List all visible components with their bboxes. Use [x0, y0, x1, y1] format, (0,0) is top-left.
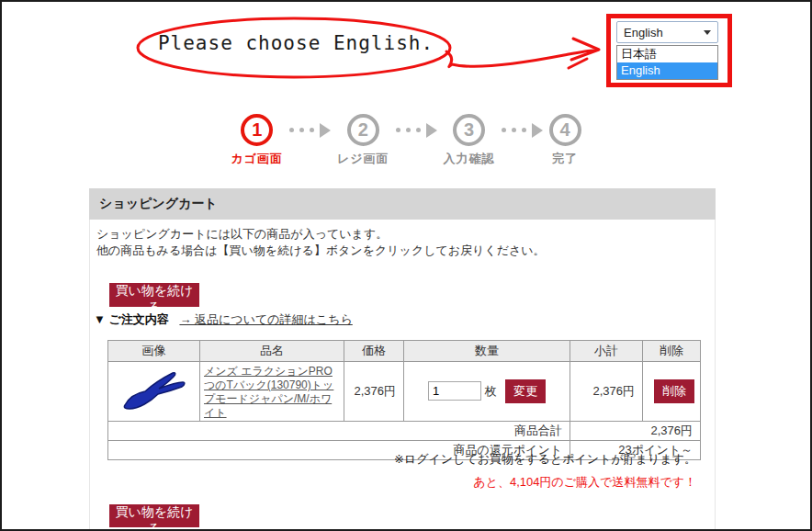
step-confirm: 3 入力確認: [444, 114, 495, 167]
cart-table: 画像 品名 価格 数量 小計 削除 メンズ エラクションPRO つのTバック(1…: [107, 340, 701, 460]
total-value: 2,376円: [570, 422, 701, 441]
delete-cell: 削除: [643, 362, 701, 422]
cart-title: ショッピングカート: [89, 188, 716, 220]
product-name-cell: メンズ エラクションPRO つのTバック(130790)トップモードジャパン/M…: [200, 362, 344, 422]
arrow-right-icon: [426, 123, 437, 138]
arrow-right-icon: [320, 123, 331, 138]
header-image: 画像: [108, 341, 200, 362]
order-details-row: ▼ ご注文内容 → 返品についての詳細はこちら: [94, 311, 353, 328]
annotation-arrow-head: [569, 39, 599, 68]
header-subtotal: 小計: [570, 341, 643, 362]
language-options: 日本語 English: [616, 45, 718, 80]
cart-intro-line2: 他の商品もみる場合は【買い物を続ける】ボタンをクリックしてお戻りください。: [96, 243, 546, 259]
return-policy-link[interactable]: → 返品についての詳細はこちら: [179, 312, 352, 326]
step-checkout-label: レジ画面: [337, 151, 389, 167]
product-price: 2,376円: [344, 362, 404, 422]
cart-intro-line1: ショッピングカートには以下の商品が入っています。: [96, 226, 546, 243]
cart-table-header-row: 画像 品名 価格 数量 小計 削除: [108, 341, 701, 362]
step-cart: 1 カゴ画面: [231, 114, 283, 167]
step-confirm-number: 3: [453, 114, 485, 146]
quantity-cell: 枚 変更: [404, 362, 570, 422]
language-selector-highlight-box: English 日本語 English: [606, 14, 732, 87]
step-connector-arrow: [502, 114, 543, 146]
quantity-input[interactable]: [428, 381, 481, 401]
step-complete: 4 完了: [549, 114, 581, 167]
order-details-label: ▼ ご注文内容: [94, 312, 169, 326]
product-subtotal: 2,376円: [570, 362, 643, 422]
step-connector-arrow: [289, 114, 331, 146]
step-cart-label: カゴ画面: [231, 151, 283, 167]
language-option-english[interactable]: English: [617, 62, 717, 79]
total-row: 商品合計 2,376円: [108, 422, 701, 441]
delete-item-button[interactable]: 削除: [654, 379, 694, 403]
continue-shopping-button-top[interactable]: 買い物を続ける: [109, 283, 199, 307]
checkout-progress: 1 カゴ画面 2 レジ画面 3 入力確認 4 完了: [2, 114, 810, 167]
step-checkout: 2 レジ画面: [337, 114, 389, 167]
product-image: [118, 371, 190, 410]
language-select[interactable]: English: [616, 21, 718, 43]
product-name-link[interactable]: メンズ エラクションPRO つのTバック(130790)トップモードジャパン/M…: [204, 365, 333, 419]
language-select-value: English: [624, 26, 663, 40]
arrow-right-icon: [532, 123, 543, 138]
annotation-note: Please choose English.: [140, 32, 452, 54]
free-shipping-note: あと、4,104円のご購入で送料無料です！: [473, 474, 696, 491]
step-complete-number: 4: [549, 114, 581, 146]
cart-intro-text: ショッピングカートには以下の商品が入っています。 他の商品もみる場合は【買い物を…: [96, 226, 546, 259]
login-points-note: ※ログインしてお買物をするとポイントが貯まります。: [394, 451, 696, 468]
quantity-unit: 枚: [485, 384, 497, 398]
total-label: 商品合計: [108, 422, 570, 441]
header-quantity: 数量: [404, 341, 570, 362]
header-name: 品名: [200, 341, 344, 362]
step-checkout-number: 2: [347, 114, 379, 146]
step-confirm-label: 入力確認: [444, 151, 495, 167]
header-delete: 削除: [643, 341, 701, 362]
step-cart-number: 1: [241, 114, 273, 146]
product-thumbnail-cell: [108, 362, 200, 422]
step-complete-label: 完了: [552, 151, 578, 167]
change-quantity-button[interactable]: 変更: [505, 379, 546, 403]
page: Please choose English. English 日本語 Engli…: [0, 0, 812, 531]
step-connector-arrow: [396, 114, 437, 146]
annotation-arrow-line: [446, 51, 594, 67]
chevron-down-icon: [704, 30, 711, 35]
continue-shopping-button-bottom[interactable]: 買い物を続ける: [109, 504, 199, 527]
cart-item-row: メンズ エラクションPRO つのTバック(130790)トップモードジャパン/M…: [108, 362, 701, 422]
language-option-japanese[interactable]: 日本語: [617, 46, 717, 62]
header-price: 価格: [344, 341, 404, 362]
